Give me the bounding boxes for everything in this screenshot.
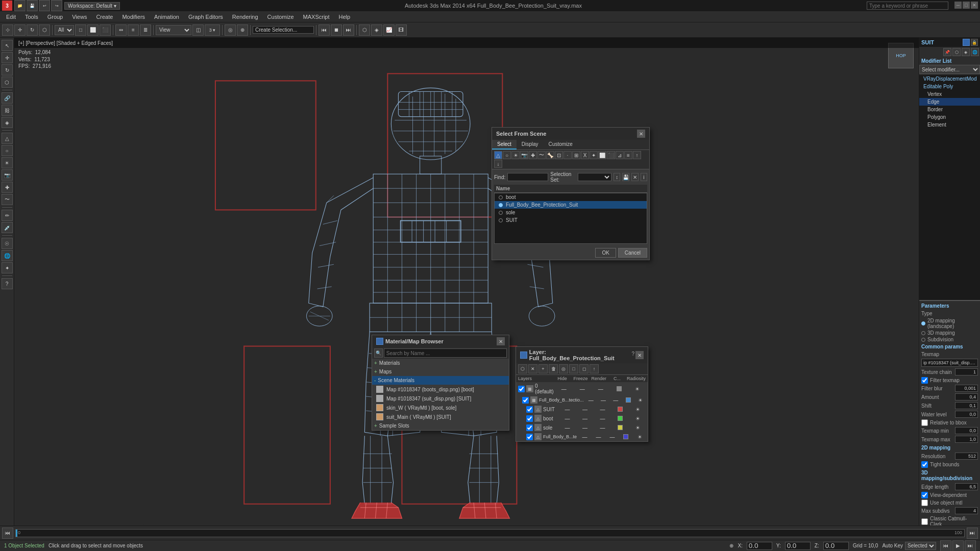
filter-dropdown[interactable]: All xyxy=(55,25,74,35)
scene-cam-btn[interactable]: 📷 xyxy=(520,151,528,159)
left-geometry[interactable]: △ xyxy=(2,133,13,144)
mat-search-icon-btn[interactable]: 🔍 xyxy=(374,348,383,358)
type-2d-radio[interactable] xyxy=(921,321,925,325)
view-btn[interactable]: ◫ xyxy=(192,24,204,36)
find-input[interactable] xyxy=(507,173,548,181)
layer-color-boot[interactable] xyxy=(618,416,623,421)
scene-xref-btn[interactable]: X xyxy=(581,151,589,159)
schematic-btn[interactable]: ⬡ xyxy=(359,24,370,36)
layer-check-fullbody[interactable] xyxy=(522,397,529,404)
left-space-warp[interactable]: 〜 xyxy=(2,194,13,205)
layer-row-boot[interactable]: △ boot — — — ☀ xyxy=(516,414,648,423)
scene-list-btn[interactable]: ≡ xyxy=(624,151,632,159)
magnet-btn[interactable]: ◎ xyxy=(225,24,236,36)
mat-item-boots-disp[interactable]: Map #1018347 (boots_disp.png) [boot] xyxy=(372,385,509,394)
scene-del-btn[interactable]: ✕ xyxy=(631,173,638,181)
layer-btn-1[interactable]: ⬡ xyxy=(518,364,527,373)
scene-item-suit[interactable]: SUIT xyxy=(495,216,647,224)
scene-none-btn[interactable]: ⬜ xyxy=(598,151,606,159)
mat-item-skin-w[interactable]: skin_W ( VRayMtl ) [boot, sole] xyxy=(372,403,509,412)
menu-group[interactable]: Group xyxy=(43,11,67,22)
left-unlink[interactable]: ⛓ xyxy=(2,105,13,116)
mat-section-sample[interactable]: + Sample Slots xyxy=(372,421,509,430)
rotate-tool[interactable]: ↻ xyxy=(27,24,38,36)
play-btn[interactable]: ⏮ xyxy=(318,24,330,36)
snap-btn[interactable]: ⊕ xyxy=(237,24,248,36)
left-sun[interactable]: ☉ xyxy=(2,238,13,249)
viewport-3d[interactable] xyxy=(14,38,919,525)
resolution-input[interactable] xyxy=(955,453,978,460)
shift-input[interactable] xyxy=(955,402,978,409)
left-link[interactable]: 🔗 xyxy=(2,92,13,104)
align-btn[interactable]: ≡ xyxy=(128,24,139,36)
type-3d-radio[interactable] xyxy=(921,331,925,335)
scene-save-btn[interactable]: 💾 xyxy=(622,173,629,181)
layer-color-fullbody[interactable] xyxy=(626,397,631,403)
scene-all-btn[interactable]: ✦ xyxy=(590,151,598,159)
menu-graph-editors[interactable]: Graph Editors xyxy=(184,11,227,22)
scene-cancel-btn[interactable]: Cancel xyxy=(618,248,647,258)
timeline-start-btn[interactable]: ⏮ xyxy=(2,528,13,539)
mod-env-btn[interactable]: 🌐 xyxy=(971,48,979,56)
layer-row-suit[interactable]: △ SUIT — — — ☀ xyxy=(516,405,648,414)
layer-check-boot[interactable] xyxy=(526,415,533,422)
create-selection-field[interactable]: Create Selection... xyxy=(253,26,314,34)
mod-edge[interactable]: Edge xyxy=(919,98,980,106)
scene-light-btn[interactable]: ☀ xyxy=(511,151,520,159)
left-rotate[interactable]: ↻ xyxy=(2,64,13,76)
layer-dialog-header[interactable]: Layer: Full_Body_Bee_Protection_Suit ? ✕ xyxy=(516,347,648,363)
help-search[interactable] xyxy=(867,2,948,10)
radio-sole[interactable] xyxy=(499,211,503,215)
amount-input[interactable] xyxy=(955,393,978,400)
left-effects[interactable]: ✦ xyxy=(2,262,13,273)
selected-dropdown[interactable]: Selected xyxy=(905,542,936,550)
view-dep-check[interactable] xyxy=(921,492,928,498)
scale-tool[interactable]: ⬡ xyxy=(39,24,50,36)
percent-btn[interactable]: 3 ▾ xyxy=(205,24,220,36)
left-camera[interactable]: 📷 xyxy=(2,169,13,181)
next-frame-btn[interactable]: ⏭ xyxy=(965,540,976,552)
mat-browser-close[interactable]: ✕ xyxy=(497,337,505,345)
mod-vertex[interactable]: Vertex xyxy=(919,90,980,98)
select-from-scene-close[interactable]: ✕ xyxy=(637,130,645,138)
layer-color-suit[interactable] xyxy=(618,407,623,412)
radio-fullbody[interactable] xyxy=(499,203,503,207)
scene-info-btn[interactable]: i xyxy=(641,173,647,181)
mod-border[interactable]: Border xyxy=(919,106,980,113)
layer-manager[interactable]: ≣ xyxy=(140,24,151,36)
radio-boot[interactable] xyxy=(499,195,503,199)
minimize-button[interactable]: ─ xyxy=(954,2,962,9)
layer-help-btn[interactable]: ? xyxy=(631,351,634,359)
quick-access-save[interactable]: 💾 xyxy=(27,0,38,11)
z-input[interactable] xyxy=(823,542,849,550)
dope-sheet[interactable]: 🎞 xyxy=(396,24,407,36)
tight-bounds-check[interactable] xyxy=(921,461,928,468)
mat-item-suit-main[interactable]: suit_Main ( VRayMtl ) [SUIT] xyxy=(372,412,509,421)
scene-item-sole[interactable]: sole xyxy=(495,209,647,216)
play-anim-btn[interactable]: ▶ xyxy=(952,540,964,552)
scene-shape-btn[interactable]: ○ xyxy=(503,151,511,159)
left-light[interactable]: ☀ xyxy=(2,157,13,168)
layer-btn-add[interactable]: + xyxy=(538,364,548,373)
filter-blur-input[interactable] xyxy=(955,385,978,392)
type-2d-row[interactable]: 2D mapping (landscape) xyxy=(921,318,978,329)
prev-frame-btn[interactable]: ⏮ xyxy=(940,540,951,552)
layer-btn-del[interactable]: 🗑 xyxy=(549,364,558,373)
scene-item-fullbody[interactable]: Full_Body_Bee_Protection_Suit xyxy=(495,201,647,209)
scene-down-btn[interactable]: ↓ xyxy=(494,160,502,168)
y-input[interactable] xyxy=(785,542,811,550)
mat-section-materials[interactable]: + Materials xyxy=(372,359,509,367)
menu-views[interactable]: Views xyxy=(68,11,91,22)
scene-bone-btn[interactable]: 🦴 xyxy=(546,151,554,159)
edge-length-input[interactable] xyxy=(955,483,978,490)
catmull-clark-check[interactable] xyxy=(921,518,928,525)
window-crossing[interactable]: ⬛ xyxy=(100,24,111,36)
type-subdiv-row[interactable]: Subdivision xyxy=(921,337,978,342)
menu-edit[interactable]: Edit xyxy=(2,11,20,22)
scene-sort-btn[interactable]: ↕ xyxy=(614,173,620,181)
layer-row-fullbody2[interactable]: △ Full_Body_B...te — — — ☀ xyxy=(516,432,648,441)
layer-check-fullbody2[interactable] xyxy=(526,434,533,440)
layer-btn-sel[interactable]: □ xyxy=(569,364,578,373)
layer-btn-unsel[interactable]: ◻ xyxy=(579,364,589,373)
timeline-slider[interactable]: 0 100 xyxy=(15,529,965,537)
